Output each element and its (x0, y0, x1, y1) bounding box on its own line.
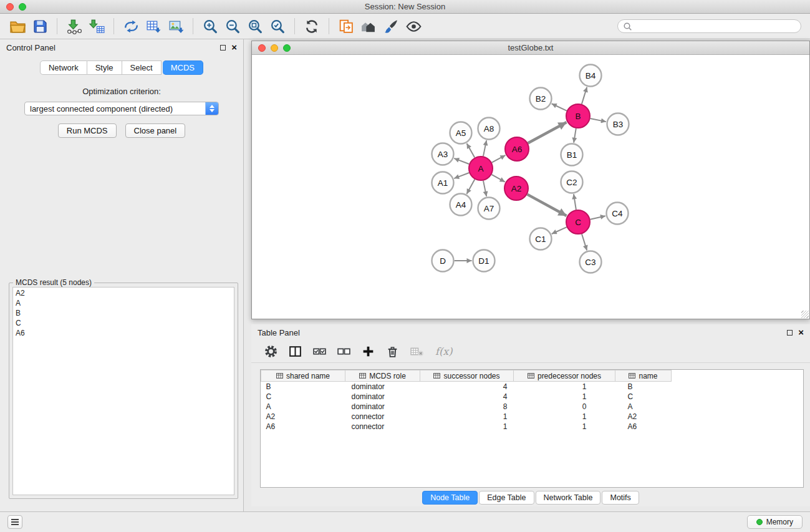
graph-edge-A-A2[interactable] (491, 175, 504, 182)
show-hide-button[interactable] (402, 16, 425, 36)
graph-node-A4[interactable]: A4 (450, 194, 472, 216)
graph-node-A3[interactable]: A3 (432, 143, 454, 165)
result-item[interactable]: A2 (16, 288, 234, 298)
tab-motifs[interactable]: Motifs (602, 491, 639, 505)
graph-edge-A-A8[interactable] (483, 140, 486, 156)
graph-node-C1[interactable]: C1 (530, 228, 552, 250)
graph-node-C4[interactable]: C4 (607, 203, 629, 225)
close-window-button[interactable] (6, 3, 14, 11)
graph-edge-A6-B[interactable] (528, 122, 567, 143)
graph-node-C[interactable]: C (566, 210, 590, 234)
table-cell[interactable]: A (261, 402, 345, 412)
graph-edge-A2-C[interactable] (528, 195, 567, 216)
close-panel-icon[interactable]: × (231, 44, 237, 51)
graph-edge-B-B2[interactable] (552, 104, 567, 110)
table-cell[interactable]: 4 (420, 392, 514, 402)
search-field[interactable] (617, 19, 801, 33)
graph-edge-A-A3[interactable] (454, 158, 469, 164)
table-cell[interactable]: C (261, 392, 345, 402)
table-cell[interactable]: A (615, 402, 672, 412)
graph-node-D[interactable]: D (432, 250, 454, 272)
table-cell[interactable]: dominator (345, 402, 420, 412)
table-cell[interactable]: A6 (615, 422, 672, 432)
import-network-button[interactable] (63, 16, 85, 36)
column-header-predecessor-nodes[interactable]: predecessor nodes (514, 370, 615, 382)
table-cell[interactable]: 1 (420, 422, 514, 432)
table-cell[interactable]: connector (345, 422, 420, 432)
network-graph[interactable]: AA1A2A3A4A5A6A7A8BB1B2B3B4CC1C2C3C4DD1 (252, 55, 809, 319)
table-cell[interactable]: A2 (261, 412, 345, 422)
new-table-button[interactable] (142, 16, 165, 36)
table-row[interactable]: Cdominator41C (261, 392, 672, 402)
graph-node-A1[interactable]: A1 (432, 172, 454, 194)
deselect-all-button[interactable] (337, 344, 351, 359)
zoom-out-button[interactable] (221, 16, 244, 36)
close-table-panel-icon[interactable]: × (798, 329, 804, 336)
graph-node-C3[interactable]: C3 (580, 251, 602, 273)
result-item[interactable]: A6 (16, 328, 234, 338)
result-item[interactable]: C (16, 318, 234, 328)
table-cell[interactable]: 1 (514, 422, 615, 432)
task-history-button[interactable] (7, 515, 22, 529)
criterion-dropdown[interactable]: largest connected component (directed) (24, 102, 219, 115)
show-columns-button[interactable] (288, 344, 302, 359)
graph-edge-C-C1[interactable] (552, 227, 567, 234)
table-settings-button[interactable] (264, 344, 278, 359)
select-all-button[interactable] (312, 344, 327, 359)
table-cell[interactable]: C (615, 392, 672, 402)
tab-network[interactable]: Network (40, 60, 87, 75)
result-item[interactable]: B (16, 308, 234, 318)
new-network-button[interactable] (120, 16, 142, 36)
close-panel-button[interactable]: Close panel (125, 123, 186, 138)
graph-node-B4[interactable]: B4 (580, 65, 602, 87)
refresh-view-button[interactable] (301, 16, 323, 36)
home-button[interactable] (357, 16, 380, 36)
open-session-button[interactable] (6, 16, 29, 36)
tab-style[interactable]: Style (87, 60, 122, 75)
column-header-MCDS-role[interactable]: MCDS role (345, 370, 420, 382)
save-session-button[interactable] (29, 16, 51, 36)
tab-mcds[interactable]: MCDS (163, 60, 203, 75)
table-cell[interactable]: A6 (261, 422, 345, 432)
float-table-panel-icon[interactable] (787, 330, 793, 336)
zoom-in-button[interactable] (199, 16, 221, 36)
network-window-titlebar[interactable]: testGlobe.txt (252, 41, 809, 55)
table-cell[interactable]: dominator (345, 382, 420, 392)
tab-network-table[interactable]: Network Table (536, 491, 601, 505)
window-resize-grip[interactable] (801, 311, 809, 318)
table-cell[interactable]: connector (345, 412, 420, 422)
table-cell[interactable]: A2 (615, 412, 672, 422)
mcds-result-list[interactable]: A2ABCA6 (12, 287, 234, 495)
network-close-button[interactable] (258, 44, 266, 52)
network-canvas[interactable]: AA1A2A3A4A5A6A7A8BB1B2B3B4CC1C2C3C4DD1 (252, 55, 809, 319)
export-image-button[interactable] (165, 16, 187, 36)
graph-node-C2[interactable]: C2 (561, 172, 583, 193)
graph-node-B[interactable]: B (566, 104, 590, 128)
title-bar[interactable]: Session: New Session (0, 0, 810, 14)
float-panel-icon[interactable] (220, 45, 226, 51)
style-brush-button[interactable] (380, 16, 402, 36)
add-column-button[interactable] (361, 344, 375, 359)
graph-edge-B-B1[interactable] (574, 128, 576, 143)
graph-node-B3[interactable]: B3 (607, 114, 629, 135)
graph-node-B2[interactable]: B2 (530, 88, 552, 110)
zoom-fit-button[interactable] (244, 16, 266, 36)
table-row[interactable]: Adominator80A (261, 402, 672, 412)
result-item[interactable]: A (16, 298, 234, 308)
graph-edge-C-C4[interactable] (591, 216, 605, 219)
graph-node-B1[interactable]: B1 (561, 144, 583, 166)
column-header-successor-nodes[interactable]: successor nodes (420, 370, 514, 382)
graph-edge-A-A4[interactable] (466, 180, 475, 194)
zoom-selected-button[interactable] (266, 16, 289, 36)
tab-edge-table[interactable]: Edge Table (479, 491, 534, 505)
graph-node-A5[interactable]: A5 (450, 122, 472, 144)
table-cell[interactable]: 0 (514, 402, 615, 412)
graph-edge-C-C2[interactable] (574, 194, 576, 210)
table-cell[interactable]: 1 (420, 412, 514, 422)
fullscreen-window-button[interactable] (19, 3, 26, 11)
graph-edge-A-A7[interactable] (483, 181, 486, 196)
function-builder-button[interactable]: f(x) (435, 346, 452, 357)
import-table-button[interactable] (85, 16, 108, 36)
graph-node-A6[interactable]: A6 (505, 137, 529, 161)
tab-node-table[interactable]: Node Table (422, 491, 478, 505)
